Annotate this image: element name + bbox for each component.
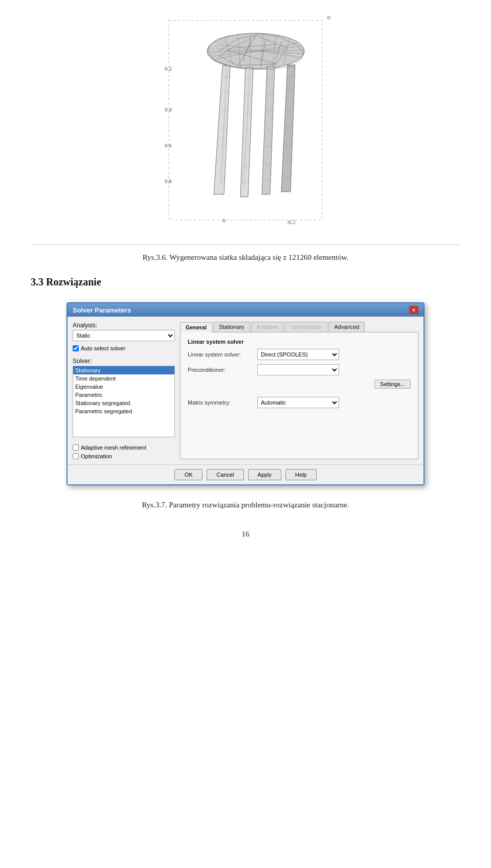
preconditioner-label: Preconditioner:	[188, 367, 254, 373]
auto-select-row: Auto select solver	[73, 345, 175, 351]
auto-select-label: Auto select solver	[81, 345, 125, 351]
svg-marker-20	[214, 65, 230, 194]
dialog-body: Analysis: Static Auto select solver Solv…	[68, 317, 423, 464]
solver-listbox[interactable]: Stationary Time dependent Eigenvalue Par…	[73, 366, 175, 437]
svg-text:0: 0	[222, 217, 226, 224]
solver-item-time-dependent[interactable]: Time dependent	[73, 374, 174, 383]
left-panel: Analysis: Static Auto select solver Solv…	[73, 322, 175, 459]
tab-stationary[interactable]: Stationary	[213, 322, 250, 332]
analysis-section: Analysis: Static	[73, 322, 175, 341]
tab-adaptive: Adaptive	[251, 322, 284, 332]
matrix-symmetry-select[interactable]: Automatic	[257, 397, 339, 408]
linear-system-solver-row: Linear system solver: Direct (SPOOLES)	[188, 349, 411, 360]
adaptive-mesh-label: Adaptive mesh refinement	[81, 444, 146, 451]
adaptive-mesh-row: Adaptive mesh refinement	[73, 444, 175, 451]
dialog-titlebar: Solver Parameters ×	[68, 303, 423, 317]
bottom-checkboxes: Adaptive mesh refinement Optimization	[73, 444, 175, 459]
right-panel: General Stationary Adaptive Optimization…	[180, 322, 418, 459]
solver-item-eigenvalue[interactable]: Eigenvalue	[73, 383, 174, 391]
solver-item-parametric[interactable]: Parametric	[73, 391, 174, 399]
preconditioner-select[interactable]	[257, 364, 339, 375]
solver-parameters-dialog: Solver Parameters × Analysis: Static Aut…	[66, 302, 425, 485]
section-heading: 3.3 Rozwiązanie	[31, 276, 460, 288]
adaptive-mesh-checkbox[interactable]	[73, 444, 79, 451]
analysis-select[interactable]: Static	[73, 330, 175, 341]
auto-select-checkbox[interactable]	[73, 345, 79, 351]
svg-text:0.6: 0.6	[165, 142, 172, 148]
settings-btn-row: Settings...	[188, 380, 411, 389]
tab-optimization: Optimization	[285, 322, 327, 332]
cancel-button[interactable]: Cancel	[207, 469, 243, 480]
tab-general[interactable]: General	[180, 322, 212, 332]
mesh-canvas: 0 0.2 0.4 0.6 0.8 0 -0.2	[138, 10, 353, 235]
optimization-label: Optimization	[81, 453, 112, 459]
preconditioner-row: Preconditioner:	[188, 364, 411, 375]
tab-content-general: Linear system solver Linear system solve…	[180, 332, 418, 459]
solver-label: Solver:	[73, 358, 175, 365]
ok-button[interactable]: OK	[174, 469, 203, 480]
matrix-symmetry-label: Matrix symmetry:	[188, 399, 254, 406]
page-number: 16	[242, 530, 250, 539]
mesh-image-container: 0 0.2 0.4 0.6 0.8 0 -0.2	[31, 10, 460, 235]
caption-fig36: Rys.3.6. Wygenerowana siatka składająca …	[31, 253, 460, 262]
tab-bar: General Stationary Adaptive Optimization…	[180, 322, 418, 332]
help-button[interactable]: Help	[285, 469, 317, 480]
tab-advanced[interactable]: Advanced	[328, 322, 365, 332]
divider	[31, 244, 460, 245]
linear-system-solver-section-title: Linear system solver	[188, 339, 411, 345]
svg-text:0.4: 0.4	[165, 106, 172, 113]
svg-marker-30	[240, 68, 253, 197]
svg-marker-48	[281, 65, 295, 192]
solver-item-stationary-segregated[interactable]: Stationary segregated	[73, 399, 174, 407]
svg-text:0.2: 0.2	[165, 65, 172, 72]
dialog-title: Solver Parameters	[73, 306, 131, 314]
matrix-symmetry-row: Matrix symmetry: Automatic	[188, 397, 411, 408]
optimization-row: Optimization	[73, 453, 175, 459]
settings-button[interactable]: Settings...	[374, 380, 411, 389]
solver-item-stationary[interactable]: Stationary	[73, 366, 174, 374]
linear-system-solver-select[interactable]: Direct (SPOOLES)	[257, 349, 339, 360]
linear-system-solver-label: Linear system solver:	[188, 351, 254, 358]
dialog-close-button[interactable]: ×	[409, 306, 418, 314]
apply-button[interactable]: Apply	[248, 469, 282, 480]
stool-mesh-svg: 0 0.2 0.4 0.6 0.8 0 -0.2	[138, 10, 353, 235]
svg-text:-0.2: -0.2	[286, 219, 295, 225]
optimization-checkbox[interactable]	[73, 453, 79, 459]
solver-item-parametric-segregated[interactable]: Parametric segregated	[73, 407, 174, 415]
caption-fig37: Rys.3.7. Parametry rozwiązania problemu-…	[31, 501, 460, 509]
dialog-footer: OK Cancel Apply Help	[68, 464, 423, 484]
svg-marker-40	[262, 66, 275, 194]
analysis-label: Analysis:	[73, 322, 175, 329]
svg-text:0.8: 0.8	[165, 178, 172, 184]
solver-section: Solver: Stationary Time dependent Eigenv…	[73, 355, 175, 437]
svg-text:0: 0	[327, 14, 330, 20]
